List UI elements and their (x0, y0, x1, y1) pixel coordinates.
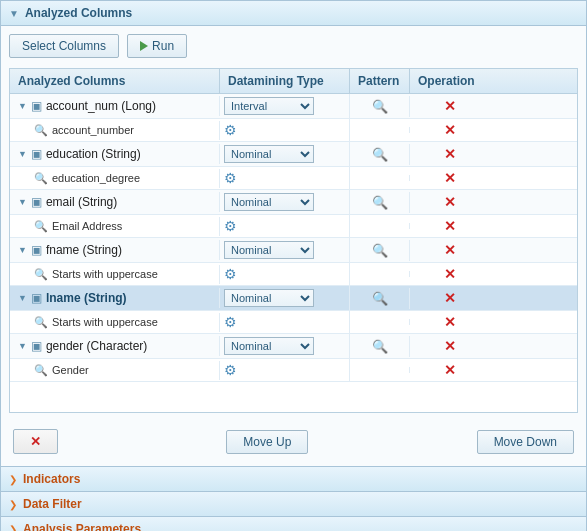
delete-button[interactable]: ✕ (13, 429, 58, 454)
col-operation-email-address: ✕ (410, 215, 490, 237)
db-icon-education: ▣ (31, 147, 42, 161)
row-arrow-education[interactable]: ▼ (18, 149, 27, 159)
data-filter-header[interactable]: ❯ Data Filter (1, 492, 586, 516)
delete-icon-gender[interactable]: ✕ (444, 338, 456, 354)
pattern-icon-email[interactable]: 🔍 (372, 195, 388, 210)
indicators-header[interactable]: ❯ Indicators (1, 467, 586, 491)
type-select-account-num[interactable]: IntervalNominalOrdinal (224, 97, 314, 115)
db-icon-fname: ▣ (31, 243, 42, 257)
col-operation-email: ✕ (410, 191, 490, 213)
col-type-empty-1: ⚙ (220, 119, 350, 141)
analyzed-columns-panel: ▼ Analyzed Columns Select Columns Run An… (0, 0, 587, 467)
indicators-title: Indicators (23, 472, 80, 486)
label-email-address: Email Address (52, 220, 122, 232)
col-pattern-empty-3 (350, 223, 410, 229)
analysis-parameters-title: Analysis Parameters (23, 522, 141, 531)
pattern-icon-education[interactable]: 🔍 (372, 147, 388, 162)
delete-icon-fname[interactable]: ✕ (444, 242, 456, 258)
row-arrow-email[interactable]: ▼ (18, 197, 27, 207)
col-pattern-email: 🔍 (350, 192, 410, 213)
table-row: 🔍 education_degree ⚙ ✕ (10, 167, 577, 190)
run-label: Run (152, 39, 174, 53)
col-operation-lname-pattern: ✕ (410, 311, 490, 333)
col-operation-gender: ✕ (410, 335, 490, 357)
col-pattern-empty-6 (350, 367, 410, 373)
col-name-email-address: 🔍 Email Address (10, 217, 220, 236)
delete-icon: ✕ (30, 434, 41, 449)
delete-icon-gender-child[interactable]: ✕ (444, 362, 456, 378)
delete-icon-account-number[interactable]: ✕ (444, 122, 456, 138)
col-pattern-education: 🔍 (350, 144, 410, 165)
gear-icon-fname-pattern[interactable]: ⚙ (224, 266, 237, 282)
run-button[interactable]: Run (127, 34, 187, 58)
col-header-operation: Operation (410, 69, 490, 93)
row-arrow-lname[interactable]: ▼ (18, 293, 27, 303)
col-header-pattern: Pattern (350, 69, 410, 93)
col-pattern-lname: 🔍 (350, 288, 410, 309)
analysis-parameters-header[interactable]: ❯ Analysis Parameters (1, 517, 586, 531)
col-pattern-empty-5 (350, 319, 410, 325)
db-icon-gender: ▣ (31, 339, 42, 353)
main-toolbar: Select Columns Run (9, 34, 578, 58)
table-row: 🔍 account_number ⚙ ✕ (10, 119, 577, 142)
type-select-fname[interactable]: NominalIntervalOrdinal (224, 241, 314, 259)
move-up-button[interactable]: Move Up (226, 430, 308, 454)
delete-icon-education-degree[interactable]: ✕ (444, 170, 456, 186)
panel-body: Select Columns Run Analyzed Columns Data… (1, 26, 586, 466)
table-row: 🔍 Starts with uppercase ⚙ ✕ (10, 311, 577, 334)
gear-icon-education-degree[interactable]: ⚙ (224, 170, 237, 186)
type-select-education[interactable]: NominalIntervalOrdinal (224, 145, 314, 163)
pattern-child-icon-lname-pattern: 🔍 (34, 316, 48, 329)
col-type-empty-4: ⚙ (220, 263, 350, 285)
gear-icon-gender-child[interactable]: ⚙ (224, 362, 237, 378)
table-body: ▼ ▣ account_num (Long) IntervalNominalOr… (10, 94, 577, 412)
type-select-lname[interactable]: NominalIntervalOrdinal (224, 289, 314, 307)
pattern-icon-lname[interactable]: 🔍 (372, 291, 388, 306)
col-header-type: Datamining Type (220, 69, 350, 93)
col-name-gender: ▼ ▣ gender (Character) (10, 336, 220, 356)
type-select-email[interactable]: NominalIntervalOrdinal (224, 193, 314, 211)
row-arrow-gender[interactable]: ▼ (18, 341, 27, 351)
gear-icon-lname-pattern[interactable]: ⚙ (224, 314, 237, 330)
label-gender: gender (Character) (46, 339, 147, 353)
delete-icon-lname-pattern[interactable]: ✕ (444, 314, 456, 330)
indicators-arrow: ❯ (9, 474, 17, 485)
pattern-child-icon-email-address: 🔍 (34, 220, 48, 233)
pattern-icon-account-num[interactable]: 🔍 (372, 99, 388, 114)
col-operation-fname: ✕ (410, 239, 490, 261)
table-row: 🔍 Starts with uppercase ⚙ ✕ (10, 263, 577, 286)
col-name-lname: ▼ ▣ lname (String) (10, 288, 220, 308)
pattern-child-icon-account-number: 🔍 (34, 124, 48, 137)
delete-icon-account-num[interactable]: ✕ (444, 98, 456, 114)
db-icon-account-num: ▣ (31, 99, 42, 113)
delete-icon-lname[interactable]: ✕ (444, 290, 456, 306)
pattern-icon-fname[interactable]: 🔍 (372, 243, 388, 258)
row-arrow-fname[interactable]: ▼ (18, 245, 27, 255)
col-pattern-empty-2 (350, 175, 410, 181)
columns-table: Analyzed Columns Datamining Type Pattern… (9, 68, 578, 413)
delete-icon-email[interactable]: ✕ (444, 194, 456, 210)
delete-icon-education[interactable]: ✕ (444, 146, 456, 162)
gear-icon-email-address[interactable]: ⚙ (224, 218, 237, 234)
move-down-button[interactable]: Move Down (477, 430, 574, 454)
row-arrow-account-num[interactable]: ▼ (18, 101, 27, 111)
table-row: ▼ ▣ account_num (Long) IntervalNominalOr… (10, 94, 577, 119)
select-columns-button[interactable]: Select Columns (9, 34, 119, 58)
delete-icon-fname-pattern[interactable]: ✕ (444, 266, 456, 282)
col-type-email: NominalIntervalOrdinal (220, 190, 350, 214)
col-operation-education: ✕ (410, 143, 490, 165)
col-name-account-number: 🔍 account_number (10, 121, 220, 140)
type-select-gender[interactable]: NominalIntervalOrdinal (224, 337, 314, 355)
data-filter-title: Data Filter (23, 497, 82, 511)
pattern-icon-gender[interactable]: 🔍 (372, 339, 388, 354)
label-education: education (String) (46, 147, 141, 161)
col-type-gender: NominalIntervalOrdinal (220, 334, 350, 358)
pattern-child-icon-fname-pattern: 🔍 (34, 268, 48, 281)
gear-icon-account-number[interactable]: ⚙ (224, 122, 237, 138)
delete-icon-email-address[interactable]: ✕ (444, 218, 456, 234)
col-type-account-num: IntervalNominalOrdinal (220, 94, 350, 118)
col-name-lname-pattern: 🔍 Starts with uppercase (10, 313, 220, 332)
table-row: ▼ ▣ education (String) NominalIntervalOr… (10, 142, 577, 167)
analyzed-columns-header[interactable]: ▼ Analyzed Columns (1, 1, 586, 26)
col-operation-account-number: ✕ (410, 119, 490, 141)
